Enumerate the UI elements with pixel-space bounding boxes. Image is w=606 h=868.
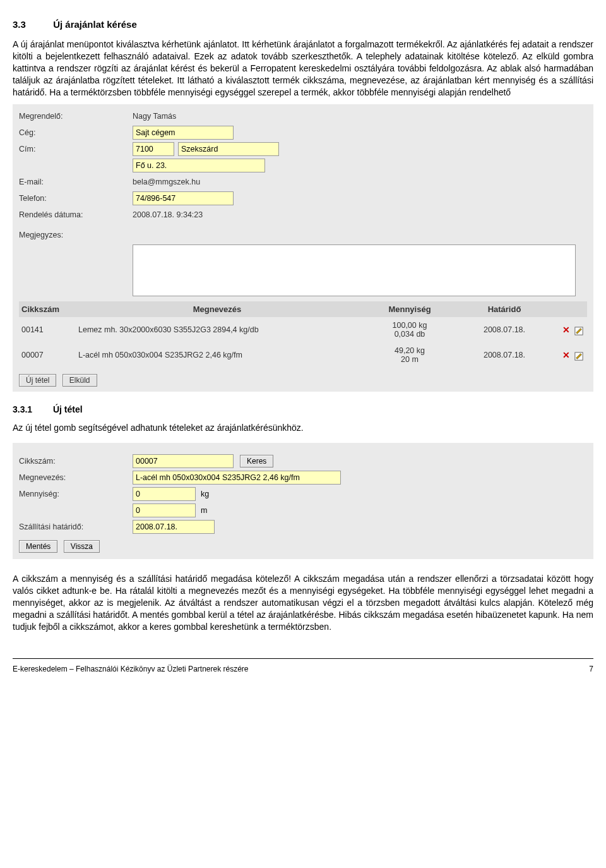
edit-icon[interactable] [574, 327, 583, 335]
label-megjegyzes: Megjegyzes: [19, 231, 133, 239]
input-cikkszam[interactable] [133, 454, 234, 468]
closing-paragraph: A cikkszám a mennyiség és a szállítási h… [13, 573, 593, 632]
label-szall-hatarido: Szállítási határidő: [19, 522, 133, 531]
value-rendeles-datuma: 2008.07.18. 9:34:23 [133, 210, 203, 220]
page-footer: E-kereskedelem – Felhasználói Kézikönyv … [13, 663, 593, 673]
unit-2: m [201, 506, 207, 515]
label-rendeles-datuma: Rendelés dátuma: [19, 210, 133, 219]
back-button[interactable]: Vissza [64, 540, 100, 553]
cell-megnevezes: Lemez mh. 30x2000x6030 S355J2G3 2894,4 k… [78, 325, 356, 334]
value-megrendelo: Nagy Tamás [133, 111, 176, 121]
delete-icon[interactable]: ✕ [562, 325, 570, 335]
input-varos[interactable] [178, 142, 279, 156]
search-button[interactable]: Keres [240, 455, 273, 467]
cell-hatarido: 2008.07.18. [463, 325, 545, 334]
footer-page-number: 7 [589, 665, 593, 673]
cell-megnevezes: L-acél mh 050x030x004 S235JRG2 2,46 kg/f… [78, 351, 356, 359]
th-cikkszam: Cikkszám [21, 304, 78, 314]
subsection-title: Új tétel [53, 404, 83, 414]
section-heading: 3.3 Új árajánlat kérése [13, 19, 593, 30]
cell-mennyiseg: 100,00 kg 0,034 db [356, 321, 463, 339]
label-cim: Cím: [19, 145, 133, 154]
th-megnevezes: Megnevezés [78, 304, 356, 314]
items-table-header: Cikkszám Megnevezés Mennyiség Határidő [19, 301, 587, 317]
value-email: bela@mmgszek.hu [133, 177, 200, 187]
input-ceg[interactable] [133, 126, 234, 140]
input-megnevezes[interactable] [133, 471, 341, 485]
subsection-number: 3.3.1 [13, 404, 50, 414]
label-mennyiseg: Mennyiség: [19, 490, 133, 498]
new-item-form: Cikkszám: Keres Megnevezés: Mennyiség: k… [13, 443, 593, 559]
cell-menny-line1: 100,00 kg [356, 321, 463, 330]
cell-menny-line2: 20 m [356, 355, 463, 364]
input-irsz[interactable] [133, 142, 174, 156]
footer-left: E-kereskedelem – Felhasználói Kézikönyv … [13, 665, 249, 673]
cell-hatarido: 2008.07.18. [463, 351, 545, 359]
label-megrendelo: Megrendelő: [19, 112, 133, 121]
send-button[interactable]: Elküld [62, 374, 97, 387]
footer-divider [13, 658, 593, 659]
delete-icon[interactable]: ✕ [562, 350, 570, 360]
subsection-intro: Az új tétel gomb segítségével adhatunk t… [13, 422, 593, 434]
cell-cikkszam: 00007 [21, 351, 78, 359]
new-item-button[interactable]: Új tétel [19, 374, 56, 387]
input-mennyiseg-1[interactable] [133, 487, 196, 501]
cell-menny-line1: 49,20 kg [356, 346, 463, 355]
label-telefon: Telefon: [19, 194, 133, 203]
cell-menny-line2: 0,034 db [356, 330, 463, 339]
label-email: E-mail: [19, 178, 133, 186]
section-number: 3.3 [13, 19, 50, 30]
subsection-heading: 3.3.1 Új tétel [13, 404, 593, 414]
input-hatarido[interactable] [133, 520, 215, 534]
input-telefon[interactable] [133, 191, 234, 205]
th-mennyiseg: Mennyiség [356, 304, 463, 314]
quote-request-form: Megrendelő: Nagy Tamás Cég: Cím: E-mail:… [13, 104, 593, 392]
th-hatarido: Határidő [463, 304, 545, 314]
label-ceg: Cég: [19, 128, 133, 137]
table-row: 00141 Lemez mh. 30x2000x6030 S355J2G3 28… [19, 317, 587, 342]
cell-cikkszam: 00141 [21, 325, 78, 334]
edit-icon[interactable] [574, 352, 583, 361]
input-mennyiseg-2[interactable] [133, 503, 196, 517]
textarea-megjegyzes[interactable] [133, 244, 576, 296]
table-row: 00007 L-acél mh 050x030x004 S235JRG2 2,4… [19, 342, 587, 368]
unit-1: kg [201, 490, 209, 498]
label-cikkszam: Cikkszám: [19, 457, 133, 466]
section-paragraph: A új árajánlat menüpontot kiválasztva ké… [13, 39, 593, 98]
section-title: Új árajánlat kérése [53, 19, 137, 30]
save-button[interactable]: Mentés [19, 540, 57, 553]
label-megnevezes: Megnevezés: [19, 473, 133, 482]
input-utca[interactable] [133, 159, 265, 172]
cell-mennyiseg: 49,20 kg 20 m [356, 346, 463, 364]
